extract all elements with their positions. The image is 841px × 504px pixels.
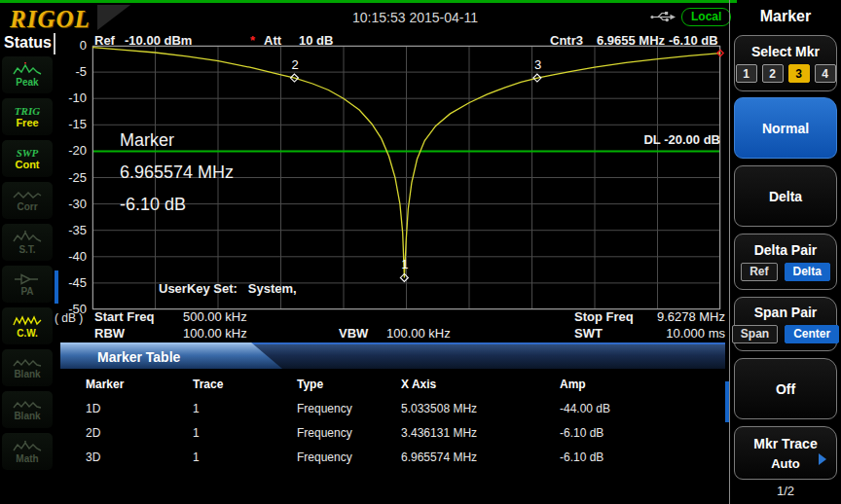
top-green-strip [0,0,737,3]
span-pair-button[interactable]: Span Pair Span Center [734,297,837,351]
mkr-trace-button[interactable]: Mkr Trace Auto [734,426,837,480]
y-axis-unit: ( dB ) [55,311,83,325]
delta-pair-ref-option[interactable]: Ref [741,263,777,281]
y-axis-tick: -5 [53,64,87,79]
logo-wedge-decoration [97,5,130,30]
y-axis-tick: 0 [53,38,87,53]
mkr-trace-value: Auto [771,456,800,471]
svg-text:1: 1 [401,257,408,271]
table-cell: -6.10 dB [560,426,709,440]
status-item-st: S.T. [2,224,53,261]
select-mkr-button[interactable]: Select Mkr 1 2 3 4 [734,35,837,91]
delta-pair-options: Ref Delta [741,263,830,281]
vbw-label: VBW [339,326,368,341]
start-freq-value: 500.00 kHz [183,309,247,324]
table-cell: 6.965574 MHz [401,450,560,464]
status-item-corr: Corr [2,182,53,219]
delta-pair-delta-option[interactable]: Delta [785,263,830,281]
submenu-arrow-icon [819,453,826,465]
datetime-label: 10:15:53 2015-04-11 [352,10,478,25]
marker-4-box[interactable]: 4 [815,64,836,83]
marker-readout-freq: 6.965574 MHz [120,162,234,195]
table-cell: 1 [193,426,297,440]
status-item-label: PA [20,287,33,297]
status-item-label: Blank [14,412,40,421]
off-button-label: Off [776,381,795,397]
status-item-label: C.W. [17,329,38,339]
marker-number-boxes: 1 2 3 4 [736,64,836,83]
math-waveform-icon [13,440,42,453]
swp-label: SWP [17,148,39,159]
col-header-type: Type [297,378,401,391]
status-panel-title: Status [4,34,52,52]
normal-button[interactable]: Normal [734,97,837,159]
table-cell: 1D [86,402,193,415]
status-item-label: Peak [16,78,38,88]
marker-3-box[interactable]: 3 [788,64,810,83]
y-axis-tick: -25 [53,170,87,185]
swt-label: SWT [574,326,603,341]
span-pair-span-option[interactable]: Span [732,325,778,343]
st-waveform-icon [13,231,42,244]
span-pair-center-option[interactable]: Center [785,325,839,343]
status-item-label: Cont [15,160,39,170]
y-axis-ticks: 0-5-10-15-20-25-30-35-40-45-50 [55,46,89,309]
mkr-trace-label: Mkr Trace [753,436,817,451]
status-item-blank-2: Blank [2,391,53,428]
table-cell: 1 [193,450,297,464]
status-item-label: Blank [14,370,40,379]
y-axis-tick: -40 [53,249,87,264]
span-pair-label: Span Pair [754,305,818,320]
marker-readout-amp: -6.10 dB [120,195,234,227]
status-icon-column: Peak TRIG Free SWP Cont Corr S.T. [2,56,53,470]
y-axis-tick: -20 [53,143,87,158]
usb-icon [650,10,676,27]
status-item-label: Math [16,454,38,464]
col-header-marker: Marker [86,378,193,391]
status-item-blank-1: Blank [2,349,53,386]
select-mkr-label: Select Mkr [751,44,820,59]
table-cell: -6.10 dB [560,450,709,464]
off-button[interactable]: Off [734,358,837,419]
pa-amplifier-icon [13,272,42,286]
col-header-trace: Trace [193,378,297,391]
wave-icon [13,398,42,411]
local-status-badge: Local [681,8,731,26]
rbw-value: 100.00 kHz [183,326,247,341]
rbw-label: RBW [94,326,125,341]
span-pair-options: Span Center [732,325,839,343]
corr-waveform-icon [13,189,42,201]
y-axis-tick: -30 [53,197,87,211]
y-axis-tick: -15 [53,117,87,131]
table-cell: 5.033508 MHz [401,402,560,415]
menu-panel-divider [729,0,730,504]
delta-pair-button[interactable]: Delta Pair Ref Delta [734,234,837,290]
delta-button[interactable]: Delta [734,165,837,227]
stop-freq-value: 9.6278 MHz [638,309,725,324]
menu-page-indicator: 1/2 [730,484,841,498]
delta-pair-label: Delta Pair [754,242,818,258]
table-cell: -44.00 dB [560,402,709,415]
marker-2-box[interactable]: 2 [762,64,784,83]
status-item-math: Math [2,433,53,470]
table-cell: 3D [86,450,193,464]
y-axis-tick: -10 [53,90,87,105]
status-item-cw: C.W. [2,307,53,344]
svg-text:3: 3 [534,57,541,72]
table-cell: 1 [193,402,297,415]
status-item-label: Free [16,118,38,128]
table-cell: Frequency [297,402,401,415]
table-cell: 3.436131 MHz [401,426,560,440]
wave-icon [13,356,42,369]
marker-table: Marker Trace Type X Axis Amp 1D 1 Freque… [86,378,709,475]
status-item-swp: SWP Cont [2,140,53,177]
marker-readout-title: Marker [120,130,234,162]
active-edge-indicator-left [55,270,58,304]
cw-waveform-icon [13,314,42,328]
trig-label: TRIG [15,106,40,117]
status-item-trig: TRIG Free [2,98,53,135]
status-item-label: Corr [17,202,37,212]
marker-1-box[interactable]: 1 [736,64,757,83]
normal-button-label: Normal [762,121,809,136]
y-axis-tick: -35 [53,223,87,237]
